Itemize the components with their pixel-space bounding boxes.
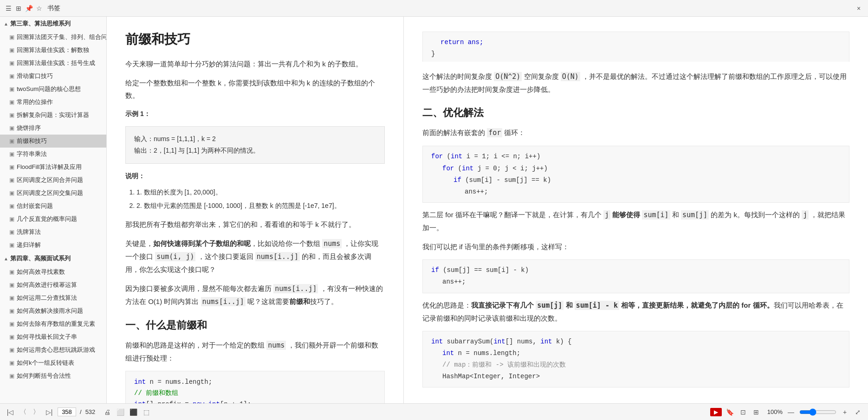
doc-icon-c8: ▣ xyxy=(9,360,14,366)
bookmark-star-icon[interactable]: ☆ xyxy=(35,5,43,12)
sidebar-label-s7: 拆解复杂问题：实现计算器 xyxy=(17,111,89,119)
doc-icon-s5: ▣ xyxy=(9,86,14,92)
content-left[interactable]: 前缀和技巧 今天来聊一道简单却十分巧妙的算法问题：算出一共有几个和为 k 的子数… xyxy=(107,17,404,403)
chapter4-section-header[interactable]: ▲ 第四章、高频面试系列 xyxy=(0,252,106,265)
sidebar-item-c7[interactable]: ▣ 如何运用贪心思想玩跳跃游戏 xyxy=(0,343,106,356)
doc-icon-c7: ▣ xyxy=(9,347,14,353)
next-page-button[interactable]: 〉 xyxy=(32,407,41,417)
sidebar-label-s10: 字符串乘法 xyxy=(17,150,47,158)
page-number-input[interactable] xyxy=(58,407,76,416)
sidebar-item-s17[interactable]: ▣ 递归详解 xyxy=(0,239,106,252)
doc-icon-s12: ▣ xyxy=(9,177,14,183)
sidebar-item-s3[interactable]: ▣ 回溯算法最佳实践：括号生成 xyxy=(0,57,106,70)
sidebar-label-s11: FloodFill算法详解及应用 xyxy=(17,163,82,171)
zoom-minus-button[interactable]: — xyxy=(786,407,796,417)
sidebar-label-s15: 几个反直觉的概率问题 xyxy=(17,215,77,223)
analysis2-text: 关键是，如何快速得到某个子数组的和呢，比如说给你一个数组 nums ，让你实现一… xyxy=(125,237,385,276)
bookmark-pin-icon[interactable]: 📌 xyxy=(25,5,32,12)
sidebar-item-c9[interactable]: ▣ 如何判断括号合法性 xyxy=(0,369,106,382)
sidebar-item-s1[interactable]: ▣ 回溯算法团灭子集、排列、组合问题 xyxy=(0,31,106,44)
sidebar-item-s16[interactable]: ▣ 洗牌算法 xyxy=(0,226,106,239)
bottom-right: ▶ 🔖 ⊡ ⊞ 100% — + ⤢ xyxy=(710,407,862,417)
sidebar-label-c6: 如何寻找最长回文子串 xyxy=(17,333,77,341)
explanation1-text: 第二层 for 循环在干嘛呢？翻译一下就是，在计算，有几个 j 能够使得 sum… xyxy=(422,208,849,234)
chapter3-section-header[interactable]: ▲ 第三章、算法思维系列 xyxy=(0,17,106,31)
doc-icon-c5: ▣ xyxy=(9,321,14,327)
content-right[interactable]: return ans; } 这个解法的时间复杂度 O(N^2) 空间复杂度 O(… xyxy=(404,17,868,403)
play-button[interactable]: ▶ xyxy=(710,408,722,416)
doc-icon-s17: ▣ xyxy=(9,242,14,248)
method-line-3: // map：前缀和 -> 该前缀和出现的次数 xyxy=(431,359,841,371)
sidebar-label-c7: 如何运用贪心思想玩跳跃游戏 xyxy=(17,346,95,354)
code-block-1: int n = nums.length; // 前缀和数组 int[] pref… xyxy=(125,371,385,403)
example1-label: 示例 1： xyxy=(125,108,385,120)
doc-icon-s10: ▣ xyxy=(9,151,14,157)
layout-icon[interactable]: ⬜ xyxy=(116,407,125,417)
sidebar-label-s5: twoSum问题的核心思想 xyxy=(17,85,81,93)
for-line-4: ans++; xyxy=(431,186,841,198)
sidebar-item-s10[interactable]: ▣ 字符串乘法 xyxy=(0,148,106,161)
for-line-3: if (sum[i] - sum[j] == k) xyxy=(431,174,841,186)
bottom-bar: |◁ 〈 〉 ▷| / 532 🖨 ⬜ ⬛ ⬚ ▶ 🔖 ⊡ ⊞ 100% — +… xyxy=(0,403,868,420)
example1-input: 输入：nums = [1,1,1]，k = 2 xyxy=(134,133,376,145)
content-area: 前缀和技巧 今天来聊一道简单却十分巧妙的算法问题：算出一共有几个和为 k 的子数… xyxy=(107,17,868,403)
description-text: 给定一个整数数组和一个整数 k，你需要找到该数组中和为 k 的连续的子数组的个数… xyxy=(125,77,385,102)
sidebar-label-s13: 区间调度之区间交集问题 xyxy=(17,189,83,197)
doc-icon-s3: ▣ xyxy=(9,60,14,66)
sidebar-item-s2[interactable]: ▣ 回溯算法最佳实践：解数独 xyxy=(0,44,106,57)
sidebar-label-c9: 如何判断括号合法性 xyxy=(17,372,71,380)
page-separator: / xyxy=(80,408,82,415)
sidebar-item-c8[interactable]: ▣ 如何k个一组反转链表 xyxy=(0,356,106,369)
doc-icon-c6: ▣ xyxy=(9,334,14,340)
zoom-slider[interactable] xyxy=(799,408,836,416)
sidebar-item-c3[interactable]: ▣ 如何运用二分查找算法 xyxy=(0,291,106,304)
columns-icon[interactable]: ⬛ xyxy=(129,407,138,417)
sidebar-item-s12[interactable]: ▣ 区间调度之区间合并问题 xyxy=(0,174,106,187)
sidebar-item-s15[interactable]: ▣ 几个反直觉的概率问题 xyxy=(0,213,106,226)
sidebar: ▲ 第三章、算法思维系列 ▣ 回溯算法团灭子集、排列、组合问题 ▣ 回溯算法最佳… xyxy=(0,17,107,403)
sidebar-item-s9[interactable]: ▣ 前缀和技巧 xyxy=(0,135,106,148)
sidebar-item-c4[interactable]: ▣ 如何高效解决接雨水问题 xyxy=(0,304,106,317)
optimization-text: 优化的思路是：我直接记录下有几个 sum[j] 和 sum[i] - k 相等，… xyxy=(422,299,849,324)
doc-icon-c9: ▣ xyxy=(9,373,14,379)
doc-icon-s4: ▣ xyxy=(9,73,14,79)
sidebar-item-s14[interactable]: ▣ 信封嵌套问题 xyxy=(0,200,106,213)
zoom-plus-button[interactable]: + xyxy=(840,407,849,417)
sidebar-item-s8[interactable]: ▣ 烧饼排序 xyxy=(0,122,106,135)
bookmark-add-icon[interactable]: ⊞ xyxy=(15,5,22,12)
last-page-button[interactable]: ▷| xyxy=(45,407,54,417)
doc-icon-c4: ▣ xyxy=(9,308,14,314)
sidebar-item-s11[interactable]: ▣ FloodFill算法详解及应用 xyxy=(0,161,106,174)
sidebar-item-c1[interactable]: ▣ 如何高效寻找素数 xyxy=(0,265,106,278)
sidebar-item-s7[interactable]: ▣ 拆解复杂问题：实现计算器 xyxy=(0,109,106,122)
sidebar-label-s4: 滑动窗口技巧 xyxy=(17,72,53,80)
return-line: return ans; xyxy=(431,37,841,48)
sidebar-item-s4[interactable]: ▣ 滑动窗口技巧 xyxy=(0,70,106,83)
fullscreen-icon[interactable]: ⤢ xyxy=(853,407,862,417)
sidebar-item-s6[interactable]: ▣ 常用的位操作 xyxy=(0,96,106,109)
sidebar-item-c5[interactable]: ▣ 如何去除有序数组的重复元素 xyxy=(0,317,106,330)
sidebar-item-s5[interactable]: ▣ twoSum问题的核心思想 xyxy=(0,83,106,96)
close-button[interactable]: × xyxy=(854,4,863,13)
section1-text: 前缀和的思路是这样的，对于一个给定的数组 nums ，我们额外开辟一个前缀和数组… xyxy=(125,339,385,364)
columns-icon-bottom[interactable]: ⊞ xyxy=(751,407,761,417)
sidebar-item-s13[interactable]: ▣ 区间调度之区间交集问题 xyxy=(0,187,106,200)
first-page-button[interactable]: |◁ xyxy=(6,407,15,417)
title-bar: ☰ ⊞ 📌 ☆ 书签 × xyxy=(0,0,868,17)
sidebar-label-s12: 区间调度之区间合并问题 xyxy=(17,176,83,184)
doc-icon-s6: ▣ xyxy=(9,99,14,105)
sidebar-label-c2: 如何高效进行模幂运算 xyxy=(17,281,77,289)
layout-icon-bottom[interactable]: ⊡ xyxy=(738,407,748,417)
total-pages: 532 xyxy=(85,408,96,415)
method-line-2: int n = nums.length; xyxy=(431,348,841,359)
sidebar-item-c2[interactable]: ▣ 如何高效进行模幂运算 xyxy=(0,278,106,291)
sidebar-item-c6[interactable]: ▣ 如何寻找最长回文子串 xyxy=(0,330,106,343)
view-icon[interactable]: ⬚ xyxy=(142,407,151,417)
example1-box: 输入：nums = [1,1,1]，k = 2 输出：2，[1,1] 与 [1,… xyxy=(125,126,385,163)
prev-page-button[interactable]: 〈 xyxy=(19,407,28,417)
section2-intro: 前面的解法有嵌套的 for 循环： xyxy=(422,126,849,139)
print-icon[interactable]: 🖨 xyxy=(103,407,112,417)
bookmark-icon-bottom[interactable]: 🔖 xyxy=(725,407,735,417)
explanation2-text: 我们可以把 if 语句里的条件判断移项，这样写： xyxy=(422,240,849,253)
bookmark-list-icon[interactable]: ☰ xyxy=(5,5,12,12)
